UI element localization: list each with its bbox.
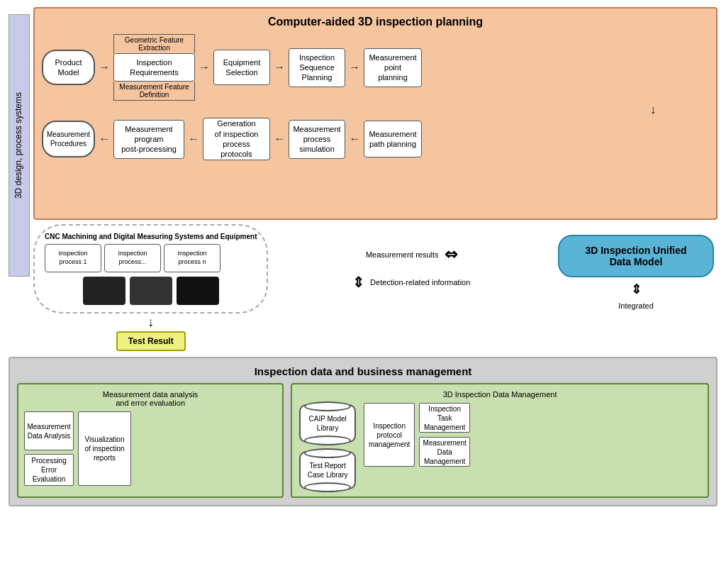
meas-simulation-box: Measurement process simulation (289, 120, 345, 159)
cloud-shape: CNC Machining and Digital Measuring Syst… (33, 224, 268, 314)
inspection-requirements-box: Inspection Requirements (113, 53, 195, 82)
meas-feature-label: Measurement Feature Definition (113, 82, 195, 101)
equipment-selection-box: Equipment Selection (213, 50, 270, 85)
measurement-results-label: Measurement results (366, 250, 439, 259)
measurement-analysis-section: Measurement data analysis and error eval… (17, 383, 284, 498)
product-model-box: Product Model (42, 50, 95, 85)
process-1-box: Inspection process 1 (45, 244, 101, 272)
meas-program-box: Measurement program post-processing (113, 120, 184, 159)
left-label: 3D design, process systems (9, 14, 30, 277)
device-image-1 (83, 277, 125, 305)
arrow-seq-to-point: → (349, 61, 360, 74)
inspection-data-mgmt-section: 3D Inspection Data Management CAIP Model… (291, 383, 709, 498)
arrow-equip-to-seq: → (274, 61, 285, 74)
test-result-box: Test Result (116, 331, 186, 351)
cnc-label: CNC Machining and Digital Measuring Syst… (45, 233, 257, 240)
inspection-task-box: Inspection Task Management (419, 403, 470, 433)
caip-library-cylinder: CAIP Model Library (299, 404, 356, 443)
generation-protocols-box: Generation of inspection process protoco… (203, 118, 270, 160)
meas-path-box: Measurement path planning (364, 121, 422, 157)
bi-arrow-horizontal: ⇔ (445, 245, 457, 264)
arrow-req-to-equip: → (199, 61, 210, 74)
arrow-cloud-to-test: ↓ (33, 315, 268, 330)
geo-feature-label: Geometric Feature Extraction (113, 34, 195, 53)
arrow-sim-to-gen: → (274, 133, 285, 145)
inspection-data-title: 3D Inspection Data Management (298, 390, 702, 399)
device-image-2 (130, 277, 172, 305)
inspection-protocol-box: Inspection protocol management (364, 403, 415, 467)
meas-data-analysis-box: Measurement Data Analysis (24, 411, 74, 450)
top-section-title: Computer-aided 3D inspection planning (42, 16, 709, 28)
arrow-prog-to-proc: → (99, 133, 110, 145)
process-2-box: Inspection process... (104, 244, 161, 272)
process-n-box: Inspection process n (164, 244, 220, 272)
arrow-point-down: ↓ (624, 104, 682, 116)
bottom-section: Inspection data and business management … (9, 357, 717, 506)
arrow-integrated: ⇕ (631, 282, 642, 297)
integrated-label: Integrated (618, 301, 654, 310)
meas-point-box: Measurement point planning (364, 48, 422, 87)
device-image-3 (177, 277, 219, 305)
unified-model-box: 3D Inspection Unified Data Model (558, 235, 714, 277)
arrow-product-to-feature: → (99, 61, 110, 74)
arrow-gen-to-prog: → (188, 133, 199, 145)
detection-info-label: Detection-related information (370, 278, 470, 287)
test-report-cylinder: Test Report Case Library (299, 451, 356, 489)
meas-data-mgmt-box: Measurement Data Management (419, 437, 470, 467)
meas-procedures-box: Measurement Procedures (42, 121, 95, 157)
visualization-box: Visualization of inspection reports (78, 411, 131, 486)
meas-analysis-title: Measurement data analysis and error eval… (24, 390, 277, 407)
processing-error-box: Processing Error Evaluation (24, 454, 74, 486)
bottom-section-title: Inspection data and business management (17, 365, 709, 377)
arrow-path-to-sim: → (349, 133, 360, 145)
inspection-sequence-box: Inspection Sequence Planning (289, 48, 345, 87)
bi-arrow-vertical: ⇕ (352, 274, 364, 291)
